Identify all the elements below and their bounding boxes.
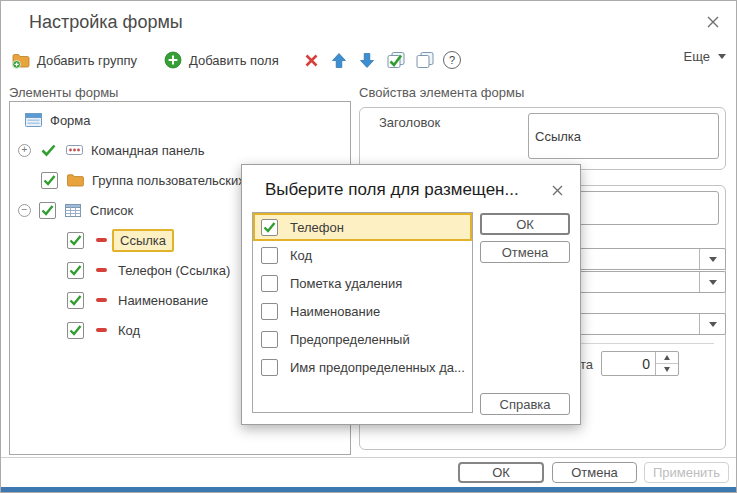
tree-item-label: Код (118, 323, 140, 338)
checkbox-checked-icon[interactable] (67, 322, 84, 339)
arrow-down-icon (357, 50, 377, 70)
spin-up-button[interactable] (656, 352, 678, 363)
field-icon (92, 262, 110, 278)
checkbox-checked-icon[interactable] (261, 219, 278, 236)
modal-help-button[interactable]: Справка (480, 393, 570, 415)
ok-button[interactable]: ОК (458, 462, 544, 483)
more-label: Еще (684, 49, 710, 64)
close-icon (551, 184, 564, 197)
checkbox-unchecked-icon[interactable] (261, 359, 278, 376)
toolbar: Добавить группу Добавить поля (1, 47, 736, 77)
delete-x-icon (301, 50, 321, 70)
collapse-icon[interactable]: − (18, 204, 31, 217)
checkbox-unchecked-icon[interactable] (261, 275, 278, 292)
right-panel-title: Свойства элемента формы (359, 85, 524, 100)
checkbox-unchecked-icon[interactable] (261, 247, 278, 264)
spin-down-icon (664, 367, 670, 372)
field-label: Код (290, 248, 312, 263)
footer-separator (1, 457, 736, 458)
uncheck-all-button[interactable] (415, 47, 435, 73)
field-row-imya-predopredelennykh[interactable]: Имя предопределенных да... (253, 353, 472, 381)
field-label: Наименование (290, 304, 380, 319)
tree-item-label: Телефон (Ссылка) (118, 263, 230, 278)
move-up-button[interactable] (329, 47, 349, 73)
modal-title: Выберите поля для размещен... (265, 180, 519, 200)
modal-ok-button[interactable]: ОК (480, 213, 570, 235)
height-spinner[interactable] (601, 351, 679, 376)
field-row-naimenovanie[interactable]: Наименование (253, 297, 472, 325)
spin-down-button[interactable] (656, 363, 678, 375)
arrow-up-icon (329, 50, 349, 70)
field-row-predopredelenny[interactable]: Предопределенный (253, 325, 472, 353)
add-group-label: Добавить группу (37, 53, 137, 68)
command-bar-icon (65, 142, 83, 158)
tree-item-command-bar[interactable]: + Командная панель (10, 136, 350, 164)
cancel-button[interactable]: Отмена (552, 462, 637, 483)
tree-item-label: Форма (50, 113, 91, 128)
checkbox-unchecked-icon[interactable] (261, 303, 278, 320)
tree-item-label-selected: Ссылка (112, 229, 174, 252)
field-icon (92, 232, 110, 248)
field-label: Пометка удаления (290, 276, 402, 291)
close-button[interactable] (702, 11, 724, 33)
field-icon (92, 322, 110, 338)
field-row-kod[interactable]: Код (253, 241, 472, 269)
expand-icon[interactable]: + (18, 144, 31, 157)
checkbox-checked-icon[interactable] (41, 172, 58, 189)
check-mark-icon[interactable] (39, 142, 57, 158)
window-bottom-accent (1, 487, 736, 492)
add-fields-button[interactable]: Добавить поля (163, 47, 279, 73)
table-icon (64, 202, 82, 218)
delete-button[interactable] (301, 47, 321, 73)
chevron-down-icon[interactable] (699, 272, 725, 292)
close-icon (706, 15, 720, 29)
form-icon (24, 112, 42, 128)
add-group-button[interactable]: Добавить группу (11, 47, 137, 73)
help-icon: ? (443, 51, 461, 69)
modal-cancel-button[interactable]: Отмена (480, 241, 570, 263)
field-label: Телефон (290, 220, 344, 235)
folder-plus-icon (11, 50, 31, 70)
height-label: та (580, 357, 593, 372)
field-label: Имя предопределенных да... (290, 360, 465, 375)
chevron-down-icon[interactable] (699, 314, 725, 334)
tree-item-label: Список (90, 203, 133, 218)
tree-item-form[interactable]: Форма (10, 106, 350, 134)
folder-icon (66, 172, 84, 188)
field-row-telefon[interactable]: Телефон (253, 213, 472, 241)
field-row-pometka[interactable]: Пометка удаления (253, 269, 472, 297)
dialog-title: Настройка формы (29, 12, 183, 33)
tree-item-label: Группа пользовательских (92, 173, 245, 188)
more-button[interactable]: Еще (684, 49, 726, 64)
checkbox-checked-icon[interactable] (67, 262, 84, 279)
height-value-input[interactable] (602, 352, 655, 375)
tree-item-label: Наименование (118, 293, 208, 308)
checkbox-unchecked-icon[interactable] (261, 331, 278, 348)
help-button[interactable]: ? (443, 47, 461, 73)
form-settings-dialog: Настройка формы Добавить группу (0, 0, 737, 493)
move-down-button[interactable] (357, 47, 377, 73)
title-bar: Настройка формы (1, 1, 736, 45)
spin-up-icon (664, 355, 670, 360)
select-fields-dialog: Выберите поля для размещен... Телефон Ко… (241, 164, 581, 425)
checkbox-checked-icon[interactable] (67, 292, 84, 309)
header-label: Заголовок (379, 115, 440, 130)
header-input[interactable] (528, 113, 719, 159)
field-label: Предопределенный (290, 332, 410, 347)
chevron-down-icon (718, 54, 726, 59)
check-all-button[interactable] (386, 47, 406, 73)
modal-close-button[interactable] (547, 180, 567, 200)
left-panel-title: Элементы формы (9, 85, 118, 100)
add-fields-label: Добавить поля (189, 53, 279, 68)
uncheck-all-icon (415, 50, 435, 70)
check-all-icon (386, 50, 406, 70)
plus-circle-icon (163, 50, 183, 70)
spinner-buttons (655, 352, 678, 375)
checkbox-checked-icon[interactable] (67, 232, 84, 249)
chevron-down-icon[interactable] (699, 249, 725, 269)
apply-button[interactable]: Применить (644, 462, 729, 483)
fields-list: Телефон Код Пометка удаления Наименовани… (252, 212, 473, 413)
checkbox-checked-icon[interactable] (39, 202, 56, 219)
tree-item-label: Командная панель (91, 143, 204, 158)
field-icon (92, 292, 110, 308)
